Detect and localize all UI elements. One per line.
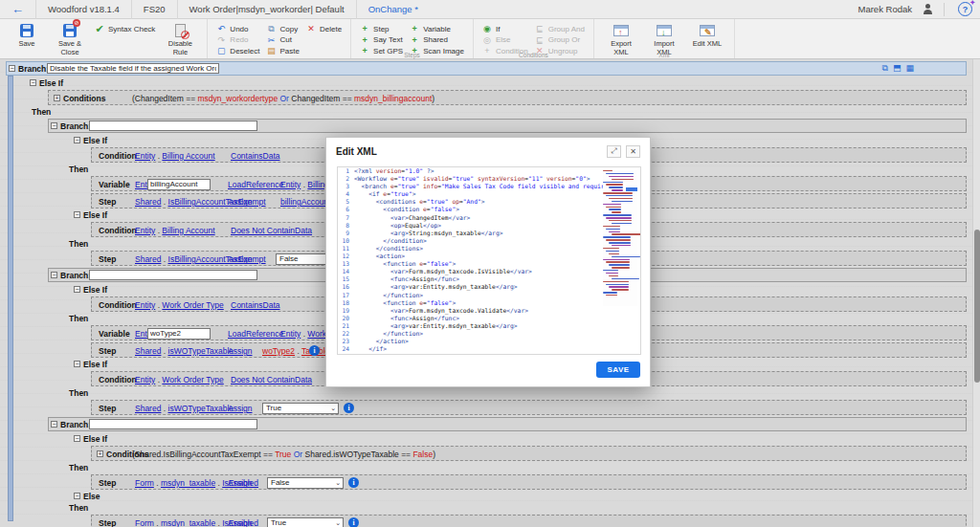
field-link[interactable]: ContainsData <box>231 300 280 310</box>
xml-code-editor[interactable]: 1<?xml version="1.0" ?>2<Workflow e="tru… <box>337 166 641 355</box>
help-assistant-icon[interactable]: ?✦ <box>958 2 972 16</box>
field-link[interactable]: Shared <box>135 197 161 207</box>
user-avatar-icon[interactable] <box>922 3 934 15</box>
close-icon[interactable]: ✕ <box>626 145 640 158</box>
value-field[interactable]: False <box>276 253 331 265</box>
duplicate-icon[interactable]: ⧉ <box>882 63 888 74</box>
edit-xml-button[interactable]: ✎ Edit XML <box>689 22 725 49</box>
value-dropdown[interactable]: True⌄ <box>262 403 339 414</box>
collapse-toggle-icon[interactable]: − <box>9 65 15 72</box>
field-link[interactable]: msdyn_taxable <box>161 518 215 527</box>
field-link[interactable]: Billing Account <box>162 151 214 161</box>
group-and-button[interactable]: ⊑Group And <box>535 24 585 34</box>
field-link[interactable]: msdyn_taxable <box>161 478 215 488</box>
export-icon[interactable]: ⬒ <box>893 63 902 74</box>
scrollbar-thumb[interactable] <box>974 230 980 383</box>
branch-name-input[interactable] <box>89 419 257 429</box>
vertical-scrollbar[interactable] <box>972 59 980 527</box>
cut-button[interactable]: ✂Cut <box>266 35 299 46</box>
undo-button[interactable]: ↶Undo <box>216 24 259 34</box>
conditions-row[interactable]: +Conditions(Shared.IsBillingAccountTaxEx… <box>91 446 967 461</box>
step-row[interactable]: StepForm . msdyn_taxable . IsEnabledAssi… <box>91 474 967 490</box>
field-link[interactable]: Shared <box>135 254 161 264</box>
code-minimap[interactable] <box>603 170 637 306</box>
add-say-text-button[interactable]: +Say Text <box>360 35 403 46</box>
grid-icon[interactable]: ▦ <box>905 63 914 74</box>
disable-rule-button[interactable]: Disable Rule <box>162 22 198 56</box>
field-link[interactable]: Form <box>135 478 154 488</box>
field-link[interactable]: Work Order Type <box>162 300 223 310</box>
field-link[interactable]: Form <box>135 518 154 527</box>
collapse-toggle-icon[interactable]: − <box>51 272 57 278</box>
field-link[interactable]: Entity <box>280 180 301 189</box>
collapse-toggle-icon[interactable]: − <box>74 211 80 218</box>
field-link[interactable]: Work Order Type <box>162 375 223 384</box>
branch-name-input[interactable] <box>89 270 257 280</box>
step-row[interactable]: StepForm . msdyn_taxable . IsEnabledAssi… <box>91 515 967 527</box>
field-link[interactable]: isWOTypeTaxable <box>168 346 234 356</box>
field-link[interactable]: ContainsData <box>231 151 280 161</box>
field-link[interactable]: woType2 <box>262 346 295 356</box>
collapse-toggle-icon[interactable]: − <box>51 122 57 129</box>
branch-name-input[interactable] <box>47 63 219 74</box>
save-close-button[interactable]: ⊘ Save & Close <box>52 22 88 56</box>
copy-button[interactable]: ⧉Copy <box>266 24 299 34</box>
field-link[interactable]: Does Not ContainData <box>231 375 312 384</box>
field-link[interactable]: Assign <box>228 346 253 356</box>
syntax-check-button[interactable]: ✔ Syntax Check <box>95 24 155 34</box>
code-text: <var>ChangedItem</var> <box>354 214 470 222</box>
collapse-toggle-icon[interactable]: − <box>74 286 80 293</box>
field-link[interactable]: LoadReference <box>228 329 283 339</box>
redo-button[interactable]: ↷Redo <box>216 35 259 46</box>
collapse-toggle-icon[interactable]: − <box>74 361 80 367</box>
collapse-toggle-icon[interactable]: − <box>51 421 57 428</box>
collapse-toggle-icon[interactable]: − <box>74 493 80 499</box>
field-link[interactable]: isWOTypeTaxable <box>168 404 234 413</box>
line-number: 13 <box>338 260 354 268</box>
field-link[interactable]: Billing Account <box>162 226 214 235</box>
collapse-toggle-icon[interactable]: − <box>30 79 36 86</box>
field-link[interactable]: Assign <box>228 478 253 488</box>
add-else-button[interactable]: ◎Else <box>482 35 528 46</box>
group-or-button[interactable]: ⊑Group Or <box>535 35 585 46</box>
field-link[interactable]: LoadReference <box>228 180 283 189</box>
deselect-button[interactable]: ▢Deselect <box>216 46 259 56</box>
conditions-row[interactable]: +Conditions(ChangedItem == msdyn_workord… <box>48 90 967 105</box>
save-button[interactable]: Save <box>9 22 45 49</box>
field-link[interactable]: Entity <box>135 375 155 384</box>
field-link[interactable]: Entity <box>135 226 155 235</box>
add-step-button[interactable]: +Step <box>360 24 403 34</box>
collapse-toggle-icon[interactable]: − <box>74 435 80 442</box>
line-number: 15 <box>338 275 354 283</box>
field-link[interactable]: Assign <box>228 254 253 264</box>
field-link[interactable]: Shared <box>135 404 161 413</box>
branch-name-input[interactable] <box>89 121 257 131</box>
field-link[interactable]: Does Not ContainData <box>231 226 312 235</box>
field-link[interactable]: Shared <box>135 346 161 356</box>
rule-selector[interactable]: OnChange * <box>356 0 430 19</box>
save-xml-button[interactable]: SAVE <box>596 362 640 378</box>
step-row[interactable]: StepShared . isWOTypeTaxableAssignTrue⌄i <box>91 400 967 415</box>
variable-name-input[interactable] <box>147 179 211 190</box>
delete-button[interactable]: ✕Delete <box>306 24 342 34</box>
field-link[interactable]: Assign <box>228 518 253 527</box>
field-link[interactable]: Entity <box>135 151 155 161</box>
field-link[interactable]: Assign <box>228 404 253 413</box>
add-if-button[interactable]: ◉If <box>482 24 528 34</box>
expand-icon[interactable]: ⤢ <box>607 145 621 158</box>
row-type-label: Step <box>99 346 116 356</box>
add-shared-button[interactable]: +Shared <box>410 35 464 46</box>
expand-toggle-icon[interactable]: + <box>97 450 103 457</box>
back-arrow-icon[interactable]: ← <box>0 2 35 16</box>
variable-name-input[interactable] <box>147 328 211 340</box>
value-dropdown[interactable]: False⌄ <box>267 477 344 489</box>
field-link[interactable]: billingAccount <box>280 197 330 207</box>
field-link[interactable]: Entity <box>280 329 301 339</box>
field-link[interactable]: Entity <box>135 300 155 310</box>
add-variable-button[interactable]: +Variable <box>410 24 464 34</box>
expand-toggle-icon[interactable]: + <box>54 95 60 101</box>
collapse-toggle-icon[interactable]: − <box>74 137 80 143</box>
paste-button[interactable]: ▤Paste <box>266 46 299 56</box>
field-link[interactable]: Assign <box>228 197 253 207</box>
value-dropdown[interactable]: True⌄ <box>267 517 344 527</box>
